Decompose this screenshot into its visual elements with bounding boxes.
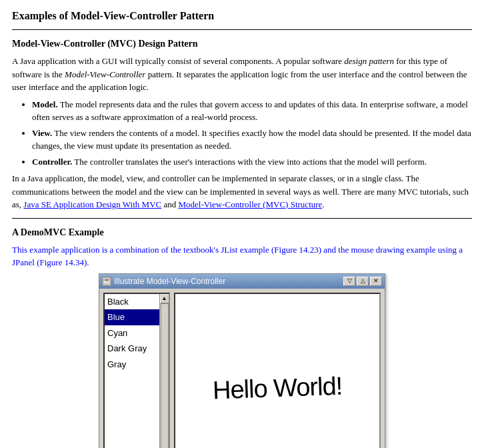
mvc-content: Black Blue Cyan Dark Gray Gray ▲ ▼ Hello… [99, 289, 385, 449]
mvc-link-1[interactable]: Java SE Application Design With MVC [23, 199, 161, 209]
mvc-titlebar: ☕ Illustrate Model-View-Controller ▽ △ ✕ [99, 274, 385, 289]
mvc-window: ☕ Illustrate Model-View-Controller ▽ △ ✕… [99, 273, 385, 449]
mvc-intro-paragraph: A Java application with a GUI will typic… [12, 55, 472, 94]
titlebar-btn-minimize[interactable]: ▽ [343, 277, 355, 286]
paint-panel[interactable]: Hello World! [174, 293, 381, 449]
titlebar-title: Illustrate Model-View-Controller [114, 275, 225, 287]
demo-description-text: This example application is a combinatio… [12, 245, 463, 268]
scroll-thumb[interactable] [161, 303, 169, 449]
view-bullet: View. The view renders the contents of a… [32, 127, 472, 153]
demo-heading: A DemoMVC Example [12, 225, 472, 239]
titlebar-btn-maximize[interactable]: △ [357, 277, 369, 286]
demo-section: A DemoMVC Example This example applicati… [12, 225, 472, 449]
controller-bullet: Controller. The controller translates th… [32, 155, 472, 169]
divider-top [12, 29, 472, 30]
titlebar-buttons: ▽ △ ✕ [343, 277, 382, 286]
mvc-section-heading: Model-View-Controller (MVC) Design Patte… [12, 37, 472, 51]
divider-middle [12, 218, 472, 219]
color-listbox[interactable]: Black Blue Cyan Dark Gray Gray ▲ ▼ [103, 293, 170, 449]
hello-world-drawing: Hello World! [212, 367, 343, 410]
scroll-up-arrow[interactable]: ▲ [160, 294, 169, 303]
mvc-bullet-list: Model. The model represents data and the… [32, 98, 472, 169]
titlebar-btn-close[interactable]: ✕ [370, 277, 382, 286]
list-scrollbar: ▲ ▼ [159, 294, 169, 449]
mvc-closing-paragraph: In a Java application, the model, view, … [12, 172, 472, 211]
titlebar-left: ☕ Illustrate Model-View-Controller [102, 275, 225, 287]
mvc-link-2[interactable]: Model-View-Controller (MVC) Structure [179, 199, 323, 209]
mvc-design-section: Model-View-Controller (MVC) Design Patte… [12, 37, 472, 211]
demo-description: This example application is a combinatio… [12, 243, 472, 269]
titlebar-app-icon: ☕ [102, 277, 111, 286]
model-bullet: Model. The model represents data and the… [32, 98, 472, 124]
page-title: Examples of Model-View-Controller Patter… [12, 8, 472, 24]
